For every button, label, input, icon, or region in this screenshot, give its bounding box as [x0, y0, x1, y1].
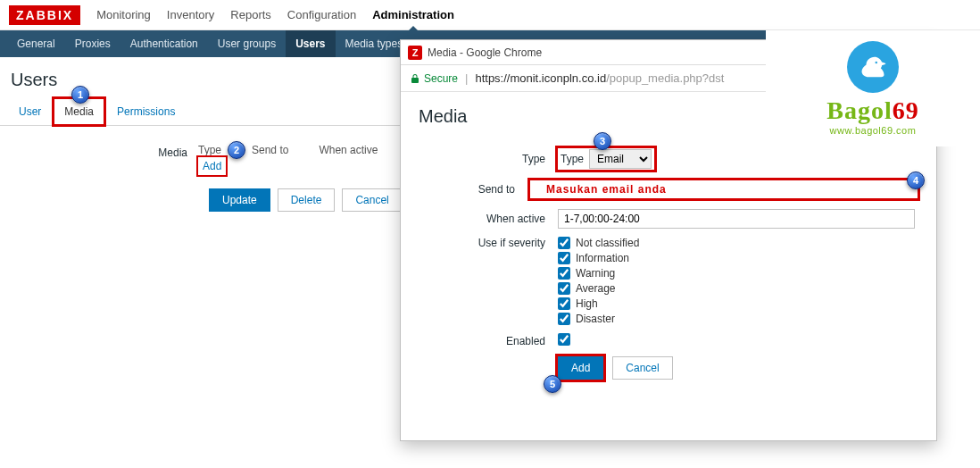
- sev-warning-check[interactable]: [558, 267, 570, 280]
- whenactive-label: When active: [417, 213, 558, 225]
- watermark-url: www.bagol69.com: [830, 125, 917, 136]
- sev-high-label: High: [576, 297, 598, 310]
- sev-average-label: Average: [576, 282, 615, 295]
- tab-permissions[interactable]: Permissions: [105, 97, 187, 126]
- subnav-proxies[interactable]: Proxies: [65, 30, 120, 57]
- zabbix-favicon-icon: Z: [408, 46, 422, 60]
- sev-disaster-label: Disaster: [576, 313, 615, 325]
- popup-cancel-button[interactable]: Cancel: [612, 356, 672, 380]
- callout-2: 2: [228, 141, 245, 159]
- callout-3: 3: [594, 132, 611, 150]
- duck-icon: [847, 41, 899, 93]
- update-button[interactable]: Update: [209, 188, 270, 212]
- enabled-check[interactable]: [558, 333, 570, 346]
- nav-reports[interactable]: Reports: [230, 8, 271, 21]
- sev-notclassified-check[interactable]: [558, 237, 570, 249]
- callout-5: 5: [544, 375, 561, 393]
- sev-information-check[interactable]: [558, 252, 570, 264]
- logo: ZABBIX: [9, 5, 80, 25]
- lock-icon: [410, 73, 420, 84]
- watermark-logo: Bagol69 www.bagol69.com: [766, 30, 980, 146]
- sendto-label: Send to: [417, 183, 527, 196]
- delete-button[interactable]: Delete: [278, 188, 336, 212]
- sendto-input-highlight[interactable]: Masukan email anda: [527, 178, 920, 201]
- type-select[interactable]: Email: [589, 149, 652, 169]
- sev-average-check[interactable]: [558, 282, 570, 295]
- popup-title: Media - Google Chrome: [428, 46, 542, 59]
- type-label: Type: [417, 153, 558, 165]
- tab-user[interactable]: User: [7, 97, 53, 126]
- secure-badge: Secure: [410, 72, 458, 85]
- nav-administration[interactable]: Administration: [372, 8, 454, 21]
- add-media-link[interactable]: Add: [198, 157, 226, 175]
- severity-group-label: Use if severity: [417, 237, 558, 249]
- col-type: Type: [198, 144, 221, 156]
- sev-high-check[interactable]: [558, 297, 570, 310]
- subnav-authentication[interactable]: Authentication: [120, 30, 208, 57]
- col-whenactive: When active: [319, 144, 378, 156]
- sendto-hint: Masukan email anda: [546, 183, 667, 196]
- type-label-inline: Type: [561, 153, 584, 165]
- nav-monitoring[interactable]: Monitoring: [96, 8, 151, 21]
- cancel-button[interactable]: Cancel: [342, 188, 402, 212]
- enabled-label: Enabled: [417, 335, 558, 347]
- top-nav: ZABBIX Monitoring Inventory Reports Conf…: [0, 0, 980, 30]
- when-active-input[interactable]: [558, 209, 915, 229]
- callout-4: 4: [907, 171, 925, 189]
- sev-notclassified-label: Not classified: [576, 237, 639, 249]
- media-label: Media: [11, 144, 198, 159]
- nav-inventory[interactable]: Inventory: [167, 8, 214, 21]
- url-host: https://monit.iconpln.co.id: [475, 71, 606, 85]
- nav-configuration[interactable]: Configuration: [287, 8, 356, 21]
- sev-warning-label: Warning: [576, 267, 615, 280]
- subnav-users[interactable]: Users: [286, 30, 335, 57]
- watermark-name: Bagol69: [826, 96, 918, 125]
- severity-list: Not classified Information Warning Avera…: [558, 237, 920, 325]
- callout-1: 1: [71, 86, 89, 104]
- popup-add-button[interactable]: Add: [558, 356, 603, 380]
- subnav-usergroups[interactable]: User groups: [208, 30, 286, 57]
- subnav-general[interactable]: General: [7, 30, 65, 57]
- sev-information-label: Information: [576, 252, 629, 264]
- sev-disaster-check[interactable]: [558, 313, 570, 325]
- url-path: /popup_media.php?dst: [606, 71, 724, 85]
- col-sendto: Send to: [252, 144, 288, 156]
